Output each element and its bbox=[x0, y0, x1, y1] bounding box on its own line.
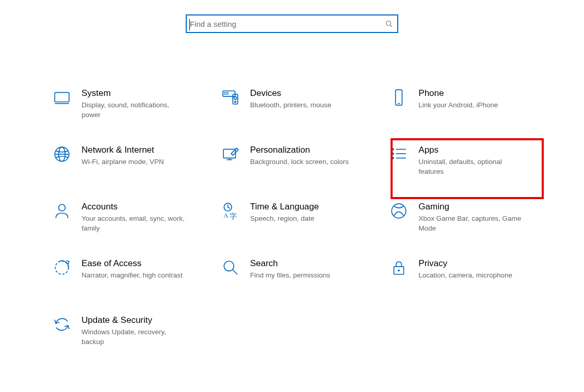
tile-title: Devices bbox=[250, 88, 332, 99]
globe-icon bbox=[50, 145, 74, 166]
apps-list-icon bbox=[386, 145, 411, 166]
svg-line-31 bbox=[228, 207, 229, 208]
tile-title: Ease of Access bbox=[82, 258, 183, 269]
settings-grid: System Display, sound, notifications, po… bbox=[50, 81, 534, 365]
tile-sub: Xbox Game Bar, captures, Game Mode bbox=[418, 214, 527, 233]
system-icon bbox=[50, 89, 74, 109]
svg-point-13 bbox=[234, 101, 236, 103]
svg-point-12 bbox=[234, 96, 236, 99]
svg-point-39 bbox=[398, 269, 400, 271]
phone-icon bbox=[386, 89, 411, 109]
search-box[interactable] bbox=[186, 14, 398, 33]
svg-point-34 bbox=[392, 204, 407, 218]
tile-ease-of-access[interactable]: Ease of Access Narrator, magnifier, high… bbox=[50, 252, 198, 308]
devices-icon bbox=[218, 89, 243, 109]
tile-title: Apps bbox=[418, 144, 527, 156]
svg-rect-8 bbox=[224, 94, 225, 95]
tile-sub: Find my files, permissions bbox=[250, 270, 330, 280]
tile-text: Devices Bluetooth, printers, mouse bbox=[250, 87, 332, 110]
svg-rect-14 bbox=[396, 90, 402, 105]
svg-rect-2 bbox=[55, 92, 69, 102]
tile-text: Update & Security Windows Update, recove… bbox=[82, 314, 190, 347]
svg-rect-9 bbox=[225, 94, 226, 95]
svg-rect-7 bbox=[227, 92, 228, 93]
tile-text: Time & Language Speech, region, date bbox=[250, 200, 319, 223]
tile-title: Time & Language bbox=[250, 201, 319, 213]
tile-title: Accounts bbox=[82, 201, 190, 213]
tile-text: Personalization Background, lock screen,… bbox=[250, 143, 349, 167]
svg-rect-24 bbox=[392, 153, 394, 155]
tile-network[interactable]: Network & Internet Wi-Fi, airplane mode,… bbox=[50, 138, 198, 195]
tile-text: System Display, sound, notifications, po… bbox=[82, 87, 190, 120]
text-caret bbox=[189, 19, 190, 30]
lock-icon bbox=[386, 259, 411, 280]
svg-rect-10 bbox=[227, 94, 228, 95]
tile-apps[interactable]: Apps Uninstall, defaults, optional featu… bbox=[386, 138, 534, 195]
magnifier-icon bbox=[218, 259, 243, 280]
tile-accounts[interactable]: Accounts Your accounts, email, sync, wor… bbox=[50, 195, 198, 252]
tile-sub: Windows Update, recovery, backup bbox=[82, 327, 190, 347]
tile-sub: Wi-Fi, airplane mode, VPN bbox=[82, 157, 164, 167]
settings-home: System Display, sound, notifications, po… bbox=[0, 0, 584, 392]
svg-text:A: A bbox=[223, 212, 229, 219]
person-icon bbox=[50, 202, 74, 223]
search-wrap bbox=[0, 14, 584, 33]
svg-point-0 bbox=[386, 21, 391, 26]
tile-sub: Speech, region, date bbox=[250, 214, 319, 223]
svg-line-1 bbox=[390, 25, 392, 27]
tile-title: Search bbox=[250, 258, 330, 269]
svg-rect-22 bbox=[392, 148, 394, 150]
tile-sub: Background, lock screen, colors bbox=[250, 157, 349, 167]
tile-sub: Bluetooth, printers, mouse bbox=[250, 100, 332, 110]
tile-title: Network & Internet bbox=[82, 144, 164, 156]
tile-update-security[interactable]: Update & Security Windows Update, recove… bbox=[50, 308, 198, 365]
update-sync-icon bbox=[50, 316, 74, 336]
tile-gaming[interactable]: Gaming Xbox Game Bar, captures, Game Mod… bbox=[386, 195, 534, 252]
tile-sub: Your accounts, email, sync, work, family bbox=[82, 214, 190, 233]
tile-text: Privacy Location, camera, microphone bbox=[418, 257, 512, 280]
tile-text: Phone Link your Android, iPhone bbox=[418, 87, 498, 110]
tile-sub: Narrator, magnifier, high contrast bbox=[82, 270, 183, 280]
tile-devices[interactable]: Devices Bluetooth, printers, mouse bbox=[218, 81, 366, 138]
search-input[interactable] bbox=[190, 15, 385, 32]
tile-text: Ease of Access Narrator, magnifier, high… bbox=[82, 257, 183, 280]
tile-text: Network & Internet Wi-Fi, airplane mode,… bbox=[82, 143, 164, 167]
svg-rect-5 bbox=[224, 92, 225, 93]
tile-title: Phone bbox=[418, 88, 498, 99]
svg-text:字: 字 bbox=[230, 213, 237, 220]
tile-title: Personalization bbox=[250, 144, 349, 156]
tile-time-language[interactable]: A 字 Time & Language Speech, region, date bbox=[218, 195, 366, 252]
tile-phone[interactable]: Phone Link your Android, iPhone bbox=[386, 81, 534, 138]
tile-text: Gaming Xbox Game Bar, captures, Game Mod… bbox=[418, 200, 527, 233]
tile-title: Privacy bbox=[418, 258, 512, 269]
svg-line-37 bbox=[233, 270, 237, 274]
search-icon bbox=[385, 20, 393, 28]
xbox-icon bbox=[386, 202, 411, 223]
ease-of-access-icon bbox=[50, 259, 74, 280]
time-language-icon: A 字 bbox=[218, 202, 243, 223]
svg-point-36 bbox=[224, 261, 234, 271]
svg-rect-26 bbox=[392, 157, 394, 159]
tile-sub: Link your Android, iPhone bbox=[418, 100, 498, 110]
tile-title: Update & Security bbox=[82, 315, 190, 326]
tile-text: Accounts Your accounts, email, sync, wor… bbox=[82, 200, 190, 233]
tile-text: Search Find my files, permissions bbox=[250, 257, 330, 280]
tile-privacy[interactable]: Privacy Location, camera, microphone bbox=[386, 252, 534, 308]
tile-search[interactable]: Search Find my files, permissions bbox=[218, 252, 366, 308]
tile-personalization[interactable]: Personalization Background, lock screen,… bbox=[218, 138, 366, 195]
personalization-icon bbox=[218, 145, 243, 166]
tile-title: Gaming bbox=[418, 201, 527, 213]
tile-sub: Location, camera, microphone bbox=[418, 270, 512, 280]
tile-sub: Uninstall, defaults, optional features bbox=[418, 157, 527, 176]
tile-text: Apps Uninstall, defaults, optional featu… bbox=[418, 143, 527, 176]
tile-system[interactable]: System Display, sound, notifications, po… bbox=[50, 81, 198, 138]
tile-sub: Display, sound, notifications, power bbox=[82, 100, 190, 120]
svg-point-28 bbox=[59, 204, 66, 211]
tile-title: System bbox=[82, 88, 190, 99]
svg-rect-6 bbox=[225, 92, 226, 93]
